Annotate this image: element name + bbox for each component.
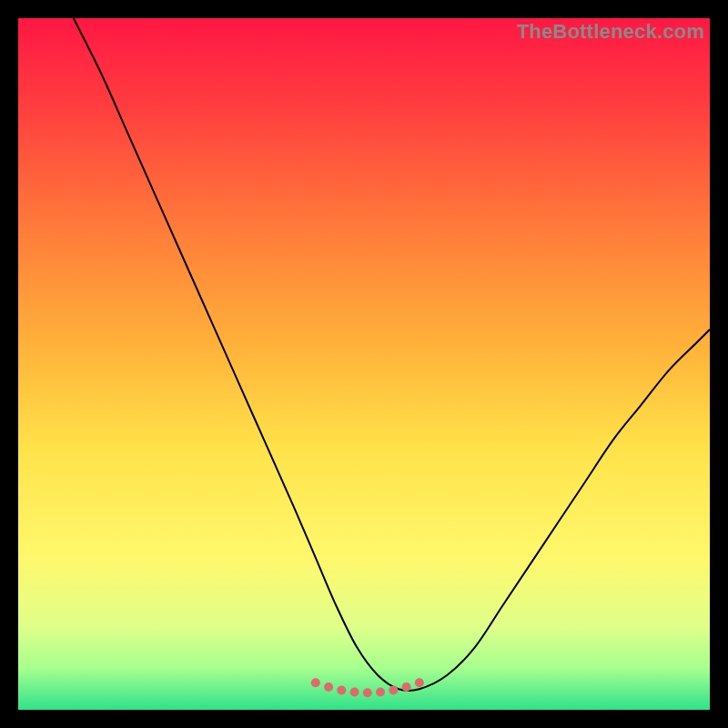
svg-point-5 xyxy=(376,688,385,697)
svg-point-3 xyxy=(350,688,359,697)
bottleneck-chart xyxy=(18,18,710,710)
watermark-text: TheBottleneck.com xyxy=(517,20,704,44)
chart-frame: TheBottleneck.com xyxy=(18,18,710,710)
svg-point-7 xyxy=(402,682,411,692)
svg-point-1 xyxy=(324,682,333,692)
svg-point-0 xyxy=(311,678,320,687)
svg-point-4 xyxy=(363,688,372,697)
svg-point-8 xyxy=(415,678,424,687)
svg-point-6 xyxy=(389,685,398,694)
svg-point-2 xyxy=(337,685,346,694)
